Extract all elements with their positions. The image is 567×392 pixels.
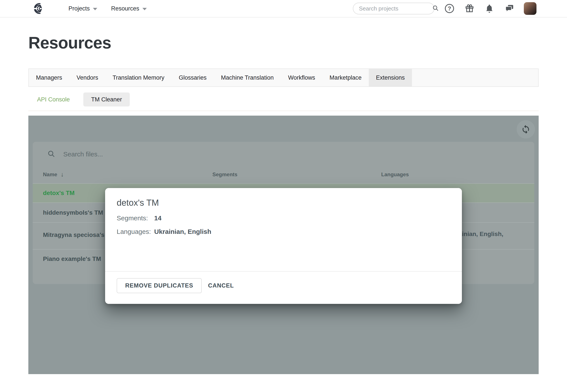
nav-projects[interactable]: Projects bbox=[69, 5, 97, 12]
tab-glossaries[interactable]: Glossaries bbox=[172, 69, 214, 86]
refresh-icon bbox=[521, 125, 531, 134]
search-files-box[interactable] bbox=[33, 142, 534, 159]
sort-desc-icon[interactable]: ↓ bbox=[61, 171, 64, 178]
help-button[interactable]: ? bbox=[444, 3, 455, 14]
segments-label: Segments: bbox=[117, 214, 154, 222]
question-icon: ? bbox=[444, 3, 455, 14]
subtab-tm-cleaner[interactable]: TM Cleaner bbox=[83, 93, 130, 106]
chat-button[interactable] bbox=[504, 3, 514, 14]
languages-field: Languages: Ukrainian, English bbox=[117, 228, 450, 236]
tab-vendors[interactable]: Vendors bbox=[69, 69, 105, 86]
tab-bar: Managers Vendors Translation Memory Glos… bbox=[28, 69, 539, 87]
main-content: Resources Managers Vendors Translation M… bbox=[0, 34, 567, 374]
segments-value: 14 bbox=[154, 214, 161, 222]
languages-value: Ukrainian, English bbox=[154, 228, 211, 236]
nav-resources[interactable]: Resources bbox=[111, 5, 147, 12]
chat-bubbles-icon bbox=[504, 3, 514, 14]
divider bbox=[28, 111, 539, 111]
column-header-name[interactable]: Name bbox=[43, 171, 57, 178]
search-icon bbox=[432, 5, 439, 13]
bell-icon bbox=[484, 4, 494, 13]
tab-machine-translation[interactable]: Machine Translation bbox=[214, 69, 281, 86]
tab-translation-memory[interactable]: Translation Memory bbox=[105, 69, 172, 86]
search-projects-box[interactable] bbox=[353, 3, 434, 14]
gifts-button[interactable] bbox=[465, 3, 474, 14]
chevron-down-icon bbox=[142, 8, 147, 10]
notifications-button[interactable] bbox=[484, 4, 494, 13]
tab-managers[interactable]: Managers bbox=[29, 69, 69, 86]
avatar[interactable] bbox=[524, 2, 537, 15]
page-title: Resources bbox=[28, 34, 539, 52]
subtab-api-console[interactable]: API Console bbox=[28, 96, 79, 103]
search-projects-input[interactable] bbox=[359, 5, 432, 12]
nav-projects-label: Projects bbox=[69, 5, 90, 12]
tm-details-dialog: detox's TM Segments: 14 Languages: Ukrai… bbox=[105, 188, 462, 304]
svg-text:?: ? bbox=[448, 5, 451, 12]
remove-duplicates-button[interactable]: REMOVE DUPLICATES bbox=[117, 278, 202, 293]
column-header-languages[interactable]: Languages bbox=[381, 171, 534, 178]
tab-marketplace[interactable]: Marketplace bbox=[322, 69, 369, 86]
segments-field: Segments: 14 bbox=[117, 214, 450, 222]
dialog-body: detox's TM Segments: 14 Languages: Ukrai… bbox=[105, 188, 462, 271]
chevron-down-icon bbox=[93, 8, 97, 10]
languages-label: Languages: bbox=[117, 228, 154, 236]
dialog-title: detox's TM bbox=[117, 197, 450, 209]
cancel-button[interactable]: CANCEL bbox=[208, 278, 234, 293]
dialog-footer: REMOVE DUPLICATES CANCEL bbox=[105, 271, 462, 293]
tab-workflows[interactable]: Workflows bbox=[281, 69, 322, 86]
search-icon bbox=[47, 150, 55, 159]
gift-icon bbox=[465, 3, 474, 14]
tm-cleaner-panel: Name ↓ Segments Languages detox's TM hid… bbox=[28, 116, 539, 374]
table-header-row: Name ↓ Segments Languages bbox=[33, 171, 534, 178]
tab-extensions[interactable]: Extensions bbox=[369, 69, 412, 86]
logo[interactable] bbox=[30, 2, 45, 15]
refresh-button[interactable] bbox=[517, 120, 535, 139]
app: Projects Resources ? bbox=[0, 0, 567, 392]
nav-resources-label: Resources bbox=[111, 5, 139, 12]
search-files-input[interactable] bbox=[63, 151, 369, 158]
top-navbar: Projects Resources ? bbox=[0, 0, 567, 17]
extensions-subtabs: API Console TM Cleaner bbox=[28, 93, 539, 106]
column-header-segments[interactable]: Segments bbox=[212, 171, 381, 178]
